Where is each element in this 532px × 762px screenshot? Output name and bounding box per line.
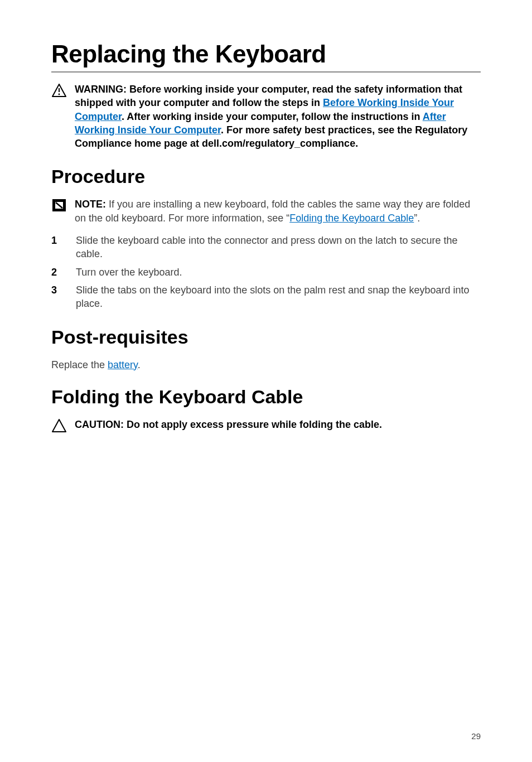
list-item: Turn over the keyboard. — [76, 266, 481, 279]
caution-callout: CAUTION: Do not apply excess pressure wh… — [51, 418, 481, 435]
postreqs-text: Replace the battery. — [51, 358, 481, 372]
warning-text: WARNING: Before working inside your comp… — [75, 83, 481, 150]
title-divider — [51, 71, 481, 73]
procedure-steps: Slide the keyboard cable into the connec… — [51, 234, 481, 310]
note-text: NOTE: If you are installing a new keyboa… — [75, 197, 481, 225]
svg-marker-11 — [52, 419, 66, 432]
note-icon — [52, 199, 66, 214]
warning-icon — [52, 84, 66, 99]
link-battery[interactable]: battery — [108, 359, 138, 370]
section-heading: Post-requisites — [51, 326, 481, 348]
caution-text: CAUTION: Do not apply excess pressure wh… — [75, 418, 382, 431]
svg-marker-3 — [52, 199, 66, 201]
svg-marker-5 — [52, 210, 66, 211]
caution-icon — [52, 419, 66, 435]
svg-marker-6 — [64, 199, 66, 211]
section-heading: Procedure — [51, 166, 481, 187]
note-callout: NOTE: If you are installing a new keyboa… — [51, 197, 481, 225]
section-heading: Folding the Keyboard Cable — [51, 386, 481, 408]
document-page: Replacing the Keyboard WARNING: Before w… — [0, 0, 532, 762]
link-folding-cable[interactable]: Folding the Keyboard Cable — [289, 213, 414, 224]
list-item: Slide the tabs on the keyboard into the … — [76, 283, 481, 311]
list-item: Slide the keyboard cable into the connec… — [76, 234, 481, 261]
page-title: Replacing the Keyboard — [51, 40, 481, 68]
page-number: 29 — [471, 731, 481, 741]
svg-marker-4 — [52, 199, 54, 211]
svg-point-2 — [59, 94, 60, 95]
warning-callout: WARNING: Before working inside your comp… — [51, 83, 481, 150]
